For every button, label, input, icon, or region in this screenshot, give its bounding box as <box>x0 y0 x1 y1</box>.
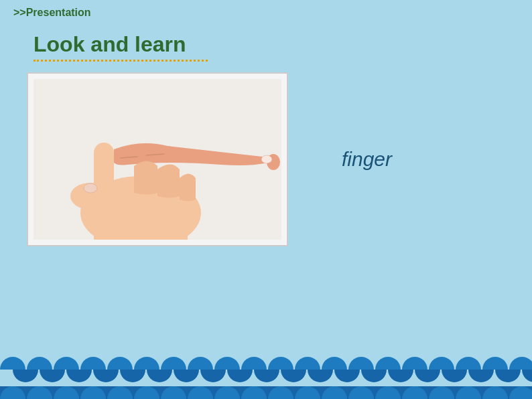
svg-point-7 <box>84 183 97 193</box>
svg-point-8 <box>261 155 272 163</box>
title-underline <box>34 60 208 62</box>
content-area: finger <box>0 72 532 246</box>
image-box <box>27 72 288 246</box>
svg-rect-3 <box>94 143 114 206</box>
breadcrumb: >>Presentation <box>0 0 532 25</box>
title-section: Look and learn <box>0 25 532 62</box>
page-title: Look and learn <box>34 32 186 57</box>
word-label: finger <box>342 148 392 171</box>
svg-rect-9 <box>94 230 188 240</box>
finger-image <box>34 79 281 240</box>
